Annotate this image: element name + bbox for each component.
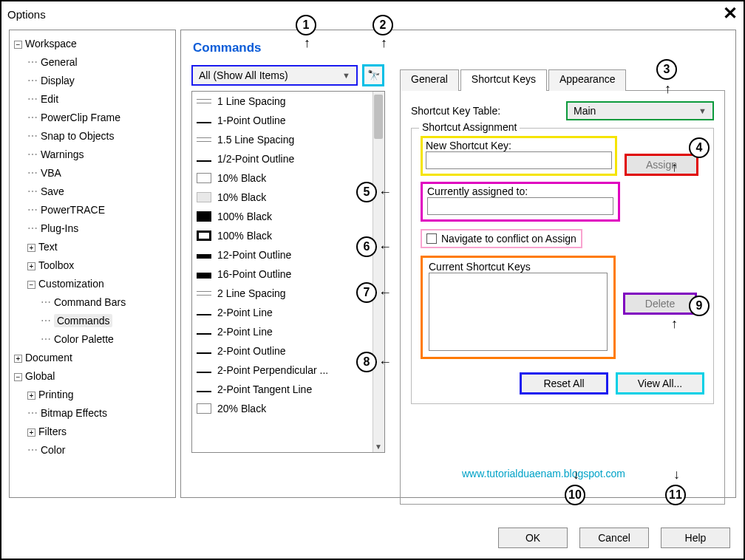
tree-expand-icon[interactable]: + [27, 262, 35, 270]
tree-node[interactable]: Warnings [41, 148, 84, 160]
view-all-button[interactable]: View All... [616, 372, 704, 395]
list-item-label: 2-Point Tangent Line [217, 383, 312, 395]
currently-assigned-label: Currently assigned to: [427, 185, 613, 197]
commands-heading: Commands [193, 41, 725, 55]
tree-node[interactable]: Color Palette [54, 333, 114, 345]
tree-collapse-icon[interactable]: − [27, 281, 35, 289]
tree-node[interactable]: Edit [41, 93, 58, 105]
tree-expand-icon[interactable]: + [27, 244, 35, 252]
boxko-icon [197, 231, 211, 241]
scrollbar-thumb[interactable] [374, 95, 383, 139]
search-button[interactable]: 🔭 [362, 64, 384, 86]
tree-collapse-icon[interactable]: − [14, 373, 22, 381]
tree-node[interactable]: Bitmap Effects [41, 407, 107, 419]
close-icon[interactable]: ✕ [723, 3, 738, 24]
new-shortcut-box: New Shortcut Key: [421, 136, 617, 176]
tree-node[interactable]: General [41, 56, 78, 68]
help-button[interactable]: Help [661, 527, 730, 548]
tree-node-workspace[interactable]: Workspace [25, 38, 77, 49]
tree-node-customization[interactable]: Customization [38, 278, 104, 290]
scrollbar-track[interactable]: ▲ ▼ [372, 92, 384, 452]
line-icon [197, 352, 211, 354]
tree-node[interactable]: Color [41, 444, 65, 456]
list-item[interactable]: 1.5 Line Spacing [192, 130, 372, 149]
ok-button[interactable]: OK [498, 527, 568, 548]
box-icon [197, 173, 211, 183]
tree-node[interactable]: Save [41, 185, 64, 197]
current-keys-label: Current Shortcut Keys [429, 261, 608, 273]
tree-node-document[interactable]: Document [25, 352, 72, 363]
currently-assigned-box: Currently assigned to: [421, 182, 620, 222]
tree-node[interactable]: PowerClip Frame [41, 112, 120, 123]
thick2-icon [197, 273, 211, 279]
tree-node[interactable]: Printing [38, 389, 73, 400]
box-icon [197, 403, 211, 414]
list-item[interactable]: 1-Point Outline [192, 111, 372, 130]
tree-node[interactable]: Snap to Objects [41, 130, 115, 142]
current-keys-list[interactable] [429, 273, 608, 351]
list-item[interactable]: 12-Point Outline [192, 245, 372, 264]
list-item[interactable]: 100% Black [192, 226, 372, 245]
dialog-footer: OK Cancel Help [498, 527, 730, 548]
list-item[interactable]: 2-Point Tangent Line [192, 380, 372, 399]
tree-node[interactable]: VBA [41, 167, 61, 179]
chevron-down-icon: ▼ [698, 106, 707, 115]
tree-collapse-icon[interactable]: − [14, 41, 22, 49]
thin1-icon [197, 99, 211, 103]
commands-list[interactable]: 1 Line Spacing1-Point Outline1.5 Line Sp… [191, 91, 385, 453]
scroll-down-icon[interactable]: ▼ [372, 440, 384, 452]
assign-button[interactable]: Assign [625, 154, 698, 176]
tab-appearance[interactable]: Appearance [548, 69, 627, 91]
perp-icon [197, 372, 211, 373]
chevron-down-icon: ▼ [342, 71, 350, 80]
navigate-conflict-checkbox[interactable] [426, 233, 437, 244]
list-item[interactable]: 2-Point Line [192, 322, 372, 341]
tab-shortcut-keys[interactable]: Shortcut Keys [460, 69, 547, 91]
tree-node-commands-selected[interactable]: Commands [54, 314, 113, 327]
line-icon [197, 122, 211, 123]
tree-expand-icon[interactable]: + [27, 428, 35, 437]
shortcut-table-dropdown[interactable]: Main ▼ [566, 101, 714, 120]
list-item[interactable]: 10% Black [192, 188, 372, 207]
list-item-label: 12-Point Outline [217, 249, 291, 261]
list-item[interactable]: 2-Point Outline [192, 341, 372, 361]
tree-node[interactable]: Filters [38, 426, 67, 437]
list-item[interactable]: 100% Black [192, 207, 372, 226]
new-shortcut-input[interactable] [426, 151, 612, 169]
tree-node[interactable]: Command Bars [54, 296, 126, 308]
tree-expand-icon[interactable]: + [14, 355, 22, 363]
navigate-conflict-box: Navigate to conflict on Assign [421, 229, 582, 248]
list-item[interactable]: 1/2-Point Outline [192, 149, 372, 168]
tab-general[interactable]: General [400, 69, 459, 91]
list-item[interactable]: 20% Black [192, 399, 372, 418]
diag-icon [197, 314, 211, 315]
workspace-tree[interactable]: −Workspace ⋯ General ⋯ Display ⋯ Edit ⋯ … [9, 30, 176, 498]
list-item[interactable]: 2-Point Perpendicular ... [192, 361, 372, 380]
tree-node-toolbox[interactable]: Toolbox [38, 259, 74, 271]
delete-button[interactable]: Delete [623, 293, 697, 315]
tree-node-text[interactable]: Text [38, 241, 58, 253]
list-item[interactable]: 2-Point Line [192, 303, 372, 322]
main-panel: Commands All (Show All Items) ▼ 🔭 1 Line… [180, 30, 736, 498]
list-item-label: 2 Line Spacing [217, 287, 286, 299]
thin1-icon [197, 137, 211, 142]
list-item[interactable]: 16-Point Outline [192, 264, 372, 284]
boxk-icon [197, 211, 211, 222]
list-item[interactable]: 1 Line Spacing [192, 92, 372, 111]
watermark-url: www.tutorialduaenam.blogspot.com [462, 468, 625, 479]
list-item-label: 2-Point Line [217, 307, 273, 318]
list-item[interactable]: 10% Black [192, 168, 372, 188]
tree-node[interactable]: Plug-Ins [41, 222, 78, 234]
tree-node[interactable]: Display [41, 75, 75, 86]
tabs: General Shortcut Keys Appearance [400, 69, 725, 91]
line-icon [197, 160, 211, 162]
tree-node-global[interactable]: Global [25, 370, 55, 382]
window-title: Options [7, 8, 46, 21]
filter-dropdown[interactable]: All (Show All Items) ▼ [191, 65, 358, 86]
list-item[interactable]: 2 Line Spacing [192, 284, 372, 303]
currently-assigned-field [427, 197, 613, 215]
tree-node[interactable]: PowerTRACE [41, 204, 105, 216]
cancel-button[interactable]: Cancel [579, 527, 649, 548]
reset-all-button[interactable]: Reset All [520, 372, 608, 395]
tree-expand-icon[interactable]: + [27, 392, 35, 400]
